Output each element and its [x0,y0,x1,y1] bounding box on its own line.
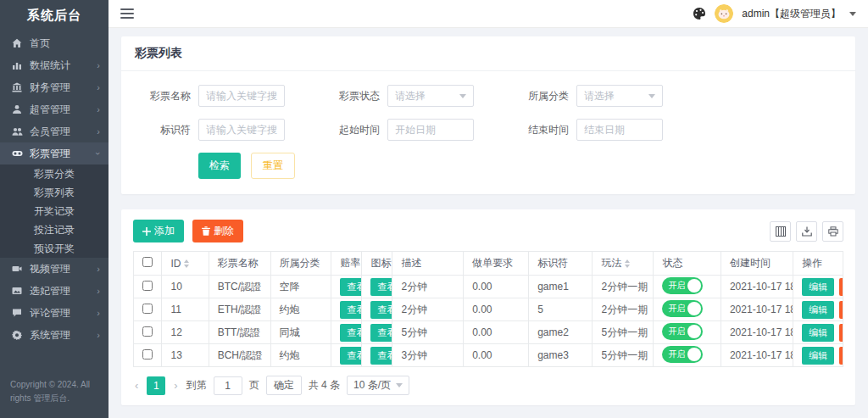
row-checkbox[interactable] [142,304,153,314]
status-toggle[interactable]: 开启 [662,277,703,294]
start-date-input[interactable] [387,119,474,141]
header-play[interactable]: 玩法 [593,252,654,276]
delete-button[interactable]: 删除 [839,347,843,365]
total-count-label: 共 4 条 [309,378,340,393]
delete-button[interactable]: 删除 [839,278,843,296]
chevron-right-icon: › [97,309,100,318]
status-toggle[interactable]: 开启 [662,323,703,340]
sidebar-item-comments[interactable]: 评论管理 › [0,302,108,324]
edit-button[interactable]: 编辑 [802,347,834,365]
cell-name: ETH/認證 [209,298,270,321]
row-checkbox[interactable] [142,349,153,359]
goto-suffix-label: 页 [249,378,259,393]
user-menu-caret-icon[interactable] [849,12,856,16]
bulk-delete-button[interactable]: 删除 [192,220,243,242]
page-number-button[interactable]: 1 [147,376,165,395]
cell-order-req: 0.00 [464,298,529,321]
sidebar-item-label: 评论管理 [30,306,97,320]
sidebar-subitem-draw-records[interactable]: 开奖记录 [0,202,108,220]
select-value: 请选择 [584,89,615,103]
status-toggle[interactable]: 开启 [662,346,703,363]
category-select[interactable]: 请选择 [576,85,663,107]
identifier-input[interactable] [198,119,285,141]
goto-page-input[interactable] [214,376,242,395]
cell-order-req: 0.00 [464,344,529,367]
sidebar-subitem-lottery-list[interactable]: 彩票列表 [0,183,108,202]
sidebar-item-home[interactable]: 首页 [0,32,108,54]
sidebar-item-superadmin[interactable]: 超管管理 › [0,98,108,120]
sidebar-subitem-bet-records[interactable]: 投注记录 [0,220,108,239]
select-all-checkbox[interactable] [142,257,153,267]
edit-button[interactable]: 编辑 [802,301,834,319]
sidebar-item-selection[interactable]: 选妃管理 › [0,280,108,302]
view-icon-button[interactable]: 查看 [370,347,392,365]
view-odds-button[interactable]: 查看 [340,347,361,365]
cell-id: 11 [162,298,209,321]
row-checkbox[interactable] [142,281,153,291]
cell-id: 12 [162,321,209,344]
view-odds-button[interactable]: 查看 [340,301,361,319]
delete-button[interactable]: 删除 [839,301,843,319]
theme-palette-icon[interactable] [693,7,706,20]
edit-button[interactable]: 编辑 [802,278,834,296]
end-date-input[interactable] [576,119,663,141]
add-button[interactable]: 添加 [133,220,184,242]
chevron-down-icon [396,383,403,387]
view-odds-button[interactable]: 查看 [340,278,361,296]
cell-id: 10 [162,276,209,298]
header-description: 描述 [392,252,464,276]
chevron-right-icon: › [97,287,100,296]
view-icon-button[interactable]: 查看 [370,301,392,319]
header-name: 彩票名称 [209,252,270,276]
search-button[interactable]: 检索 [198,153,241,179]
sort-icon[interactable] [184,259,189,268]
pagination: ‹ 1 › 到第 页 确定 共 4 条 10 条/页 [133,376,843,395]
sidebar-subitem-preset-draw[interactable]: 预设开奖 [0,239,108,258]
edit-button[interactable]: 编辑 [802,324,834,342]
header-id[interactable]: ID [162,252,209,276]
header-order-req: 做单要求 [464,252,529,276]
cell-category: 空降 [270,276,331,298]
user-avatar[interactable] [715,4,733,23]
top-header: admin【超级管理员】 [108,0,868,28]
sidebar-item-label: 财务管理 [30,81,97,95]
prev-page-icon[interactable]: ‹ [133,379,140,392]
cell-created: 2021-10-17 18:20 [721,298,793,321]
sidebar-item-video[interactable]: 视频管理 › [0,258,108,280]
lottery-name-input[interactable] [198,85,285,107]
toggle-knob [687,279,701,293]
cell-icon: 查看 [362,298,392,321]
view-icon-button[interactable]: 查看 [370,324,392,342]
sidebar-item-finance[interactable]: 财务管理 › [0,76,108,98]
column-settings-icon-button[interactable] [770,221,791,242]
per-page-value: 10 条/页 [353,378,391,393]
row-checkbox[interactable] [142,326,153,337]
chevron-down-icon: › [94,152,103,155]
header-identifier: 标识符 [529,252,593,276]
sidebar-item-statistics[interactable]: 数据统计 › [0,54,108,76]
export-icon-button[interactable] [796,221,817,242]
logged-in-user[interactable]: admin【超级管理员】 [742,7,841,21]
goto-confirm-button[interactable]: 确定 [266,376,302,395]
print-icon-button[interactable] [822,221,843,242]
sidebar-item-lottery[interactable]: 彩票管理 › [0,142,108,164]
cell-play: 5分钟一期 [593,321,654,344]
status-toggle[interactable]: 开启 [662,300,703,317]
cell-actions: 编辑删除 [793,298,843,321]
view-odds-button[interactable]: 查看 [340,324,361,342]
sort-icon[interactable] [625,259,630,268]
cell-select [134,344,162,367]
sidebar-item-members[interactable]: 会员管理 › [0,120,108,142]
cell-select [134,321,162,344]
reset-button[interactable]: 重置 [251,153,295,179]
sidebar-subitem-lottery-category[interactable]: 彩票分类 [0,164,108,183]
view-icon-button[interactable]: 查看 [370,278,392,296]
next-page-icon[interactable]: › [172,379,179,392]
delete-button[interactable]: 删除 [839,324,843,342]
sidebar-item-system[interactable]: 系统管理 › [0,324,108,346]
cell-order-req: 0.00 [464,276,529,298]
trash-icon [202,226,210,236]
hamburger-menu-icon[interactable] [120,8,134,19]
lottery-status-select[interactable]: 请选择 [387,85,474,107]
per-page-select[interactable]: 10 条/页 [347,376,409,395]
